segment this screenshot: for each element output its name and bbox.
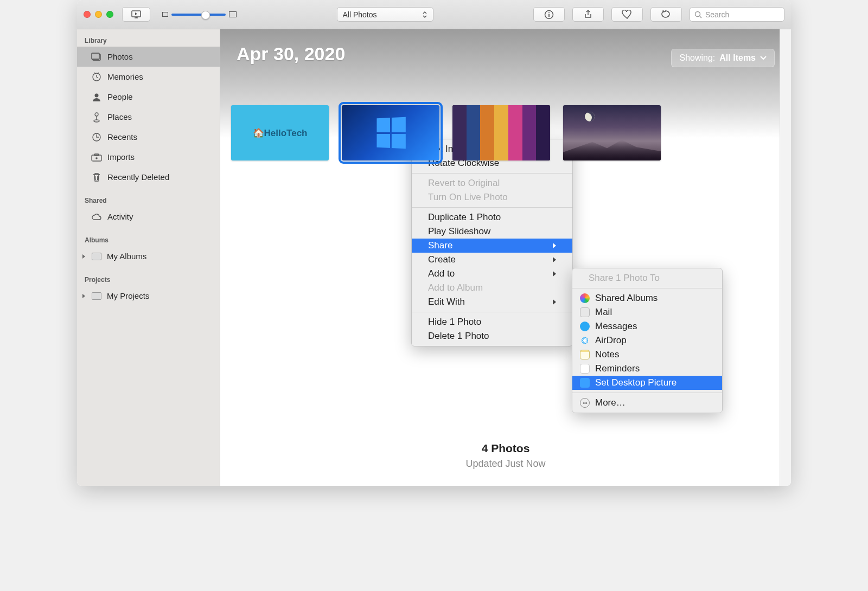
- menu-item-edit-with[interactable]: Edit With: [412, 295, 572, 309]
- showing-value: All Items: [719, 53, 756, 63]
- svg-rect-5: [92, 53, 99, 59]
- submenu-item-set-desktop-picture[interactable]: Set Desktop Picture: [572, 376, 722, 390]
- search-placeholder: Search: [705, 10, 729, 19]
- filter-dropdown[interactable]: All Photos: [337, 7, 433, 22]
- submenu-item-shared-albums[interactable]: Shared Albums: [572, 291, 722, 305]
- sidebar-header-library: Library: [77, 33, 220, 47]
- menu-item-delete[interactable]: Delete 1 Photo: [412, 329, 572, 343]
- vertical-scrollbar[interactable]: [780, 29, 791, 486]
- slideshow-icon: [130, 10, 142, 19]
- menu-item-revert: Revert to Original: [412, 176, 572, 190]
- submenu-arrow-icon: [553, 243, 556, 248]
- photos-icon: [91, 52, 102, 62]
- zoom-in-icon: [229, 11, 237, 17]
- sidebar-item-photos[interactable]: Photos: [77, 47, 220, 67]
- menu-item-hide[interactable]: Hide 1 Photo: [412, 315, 572, 329]
- sidebar-item-recently-deleted[interactable]: Recently Deleted: [77, 167, 220, 187]
- sidebar-header-shared: Shared: [77, 192, 220, 207]
- disclosure-triangle-icon[interactable]: [82, 254, 85, 259]
- cloud-icon: [91, 212, 102, 222]
- submenu-item-reminders[interactable]: Reminders: [572, 362, 722, 376]
- airdrop-icon: [580, 336, 590, 345]
- menu-item-add-to[interactable]: Add to: [412, 267, 572, 281]
- submenu-item-messages[interactable]: Messages: [572, 319, 722, 333]
- menu-item-live-photo: Turn On Live Photo: [412, 190, 572, 204]
- recents-icon: [91, 132, 102, 142]
- submenu-item-more[interactable]: •••More…: [572, 396, 722, 410]
- submenu-item-airdrop[interactable]: AirDrop: [572, 333, 722, 348]
- share-submenu: Share 1 Photo To Shared Albums Mail Mess…: [572, 268, 723, 413]
- slideshow-button[interactable]: [122, 7, 150, 22]
- desktop-icon: [580, 378, 590, 388]
- reminders-icon: [580, 364, 590, 374]
- sidebar-header-projects: Projects: [77, 272, 220, 286]
- toolbar: All Photos Search: [77, 0, 791, 29]
- album-icon: [92, 253, 101, 260]
- menu-item-share[interactable]: Share: [412, 239, 572, 253]
- people-icon: [91, 92, 102, 102]
- submenu-arrow-icon: [553, 257, 556, 262]
- close-window-button[interactable]: [84, 11, 91, 18]
- share-button[interactable]: [572, 7, 604, 22]
- photos-app-window: All Photos Search Library: [77, 0, 791, 486]
- submenu-arrow-icon: [553, 271, 556, 277]
- sidebar-item-memories[interactable]: Memories: [77, 67, 220, 87]
- info-icon: [544, 10, 554, 20]
- svg-point-9: [94, 120, 99, 122]
- search-icon: [694, 11, 702, 18]
- sidebar-item-recents[interactable]: Recents: [77, 127, 220, 147]
- submenu-item-notes[interactable]: Notes: [572, 348, 722, 362]
- sidebar-item-places[interactable]: Places: [77, 107, 220, 127]
- favorite-button[interactable]: [611, 7, 643, 22]
- date-title: Apr 30, 2020: [237, 43, 345, 65]
- rotate-icon: [661, 10, 672, 20]
- menu-item-create[interactable]: Create: [412, 253, 572, 267]
- photo-thumbnail[interactable]: 🏠HelloTech: [231, 105, 329, 160]
- showing-prefix: Showing:: [679, 53, 715, 63]
- menu-item-add-to-album: Add to Album: [412, 281, 572, 295]
- svg-point-8: [95, 113, 98, 116]
- submenu-item-mail[interactable]: Mail: [572, 305, 722, 319]
- menu-item-slideshow[interactable]: Play Slideshow: [412, 224, 572, 239]
- menu-separator: [572, 288, 722, 288]
- showing-filter-button[interactable]: Showing: All Items: [671, 49, 775, 67]
- share-icon: [583, 10, 593, 20]
- rotate-button[interactable]: [650, 7, 682, 22]
- menu-separator: [572, 393, 722, 393]
- chevron-down-icon: [760, 56, 767, 60]
- menu-separator: [412, 312, 572, 312]
- sidebar-item-my-projects[interactable]: My Projects: [77, 286, 220, 306]
- svg-point-3: [695, 11, 700, 16]
- context-menu: Get Info Rotate Clockwise Revert to Orig…: [411, 139, 573, 346]
- filter-label: All Photos: [343, 10, 377, 19]
- submenu-arrow-icon: [553, 299, 556, 305]
- menu-item-duplicate[interactable]: Duplicate 1 Photo: [412, 210, 572, 224]
- sidebar: Library Photos Memories People Places Re…: [77, 29, 220, 486]
- search-field[interactable]: Search: [690, 7, 784, 22]
- photo-thumbnail-selected[interactable]: [342, 105, 439, 160]
- memories-icon: [91, 72, 102, 82]
- photo-grid: 🏠HelloTech: [220, 105, 791, 160]
- photo-thumbnail[interactable]: [563, 105, 661, 160]
- disclosure-triangle-icon[interactable]: [82, 294, 85, 298]
- sidebar-header-albums: Albums: [77, 232, 220, 246]
- zoom-controls: [162, 11, 237, 17]
- fullscreen-window-button[interactable]: [106, 11, 113, 18]
- minimize-window-button[interactable]: [95, 11, 102, 18]
- messages-icon: [580, 322, 590, 331]
- sidebar-item-activity[interactable]: Activity: [77, 207, 220, 227]
- notes-icon: [580, 350, 590, 359]
- menu-separator: [412, 207, 572, 208]
- svg-point-7: [95, 93, 99, 97]
- submenu-header: Share 1 Photo To: [572, 271, 722, 285]
- zoom-slider[interactable]: [171, 14, 226, 16]
- sidebar-item-my-albums[interactable]: My Albums: [77, 246, 220, 266]
- svg-point-2: [548, 12, 550, 13]
- main-content: Apr 30, 2020 Showing: All Items 🏠HelloTe…: [220, 29, 791, 486]
- photo-thumbnail[interactable]: [452, 105, 550, 160]
- project-icon: [92, 292, 101, 300]
- sidebar-item-people[interactable]: People: [77, 87, 220, 107]
- moon-graphic: [585, 112, 595, 121]
- sidebar-item-imports[interactable]: Imports: [77, 147, 220, 167]
- info-button[interactable]: [533, 7, 565, 22]
